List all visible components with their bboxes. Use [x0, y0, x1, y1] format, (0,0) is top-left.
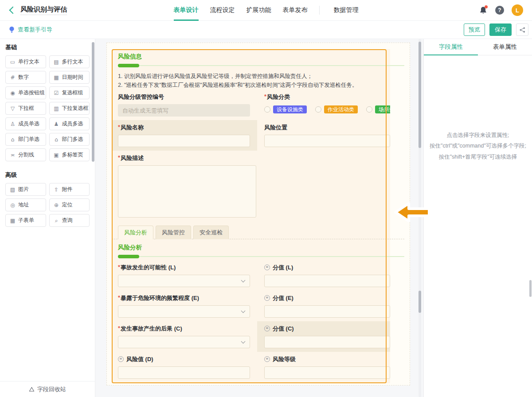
save-button[interactable]: 保存: [489, 23, 512, 36]
risk-value-input[interactable]: [118, 366, 250, 379]
formula-icon: [118, 356, 124, 362]
score-c-field[interactable]: 分值 (C): [257, 321, 390, 352]
risk-name-label: 风险名称: [118, 124, 144, 132]
canvas-scrollbar-thumb[interactable]: [419, 42, 421, 148]
avatar[interactable]: L: [512, 4, 523, 16]
share-button[interactable]: [516, 23, 528, 36]
sidebar-field-item[interactable]: ▦ 子表单: [5, 214, 46, 227]
analysis-field-rows: 事故发生的可能性 (L) 分值 (L) 暴露于危险环境的频繁程度 (E) 分值 …: [112, 260, 404, 382]
window-scrollbar-thumb[interactable]: [529, 280, 532, 297]
section-title: 风险分析: [118, 244, 398, 252]
category-radio-option[interactable]: 场所类: [366, 105, 390, 113]
category-badge[interactable]: 作业活动类: [324, 105, 358, 113]
sidebar-field-item[interactable]: ▥ 下拉复选框: [49, 102, 90, 115]
sidebar-field-item[interactable]: ▧ 图片: [5, 183, 46, 196]
category-badge[interactable]: 场所类: [375, 105, 390, 113]
field-item-label: 子表单: [18, 217, 34, 224]
help-icon[interactable]: ?: [495, 6, 504, 15]
sidebar-field-item[interactable]: ☑ 复选框组: [49, 86, 90, 99]
sidebar-field-item[interactable]: ♙ 成员单选: [5, 117, 46, 130]
progress-fill: [118, 255, 139, 258]
hint-line-3: 按住"shift+首尾字段"可连续选择: [427, 152, 528, 162]
basic-section-title: 基础: [5, 43, 90, 51]
category-radio-option[interactable]: 设备设施类: [264, 105, 307, 113]
sidebar-field-item[interactable]: ◉ 单选按钮组: [5, 86, 46, 99]
sidebar-field-item[interactable]: ▤ 多行文本: [49, 55, 90, 68]
score-c-input[interactable]: [264, 336, 390, 348]
consequence-label: 发生事故产生的后果 (C): [118, 325, 182, 333]
risk-level-input[interactable]: [264, 366, 390, 379]
nav-tab[interactable]: 流程设定: [210, 0, 235, 21]
inner-scrollbar-thumb[interactable]: [419, 291, 421, 313]
location-icon: ⊕: [54, 202, 59, 208]
score-l-field[interactable]: 分值 (L): [257, 260, 390, 291]
score-e-field[interactable]: 分值 (E): [257, 291, 390, 321]
sidebar-field-item[interactable]: ▭ 单行文本: [5, 55, 46, 68]
radio-circle-icon[interactable]: [366, 106, 372, 113]
sidebar-field-item[interactable]: ▣ 多标签页: [49, 148, 90, 161]
frequency-field[interactable]: 暴露于危险环境的频繁程度 (E): [112, 291, 257, 321]
properties-tab[interactable]: 表单属性: [478, 39, 532, 55]
radio-circle-icon[interactable]: [264, 106, 270, 113]
progress-track: [118, 256, 404, 257]
field-item-label: 成员多选: [62, 120, 83, 128]
sidebar-field-item[interactable]: ▽ 下拉框: [5, 102, 46, 115]
notification-bell-icon[interactable]: [479, 6, 488, 15]
sidebar-field-item[interactable]: ⌂ 部门多选: [49, 133, 90, 146]
sidebar-field-item[interactable]: ⇧ 附件: [49, 183, 90, 196]
checkbox-group-icon: ☑: [54, 90, 59, 96]
field-item-label: 附件: [62, 186, 73, 193]
properties-tab[interactable]: 字段属性: [424, 39, 478, 55]
category-radio-option[interactable]: 作业活动类: [315, 105, 358, 113]
nav-tab[interactable]: 表单发布: [283, 0, 308, 21]
sidebar-field-item[interactable]: ▦ 日期时间: [49, 71, 90, 84]
consequence-select[interactable]: [118, 336, 250, 348]
subform-tab[interactable]: 安全巡检: [193, 226, 229, 239]
risk-description-field[interactable]: 风险描述: [112, 151, 390, 223]
nav-tab[interactable]: 扩展功能: [246, 0, 271, 21]
field-recycle-bin[interactable]: 字段回收站: [0, 381, 95, 397]
sidebar-field-item[interactable]: ≍ 分割线: [5, 148, 46, 161]
risk-location-field[interactable]: 风险位置: [257, 120, 390, 151]
sidebar-field-item[interactable]: ⊕ 定位: [49, 198, 90, 211]
beginner-guide-link[interactable]: 查看新手引导: [9, 26, 52, 34]
progress-fill: [118, 64, 139, 67]
sidebar-field-item[interactable]: ♟ 成员多选: [49, 117, 90, 130]
note-line-1: 1. 识别风险后进行评估风险值及风险登记等级，并制定管控措施和风险责任人；: [118, 72, 384, 81]
risk-info-section[interactable]: 风险信息 1. 识别风险后进行评估风险值及风险登记等级，并制定管控措施和风险责任…: [112, 49, 390, 383]
risk-name-input[interactable]: [118, 135, 250, 147]
risk-location-input[interactable]: [264, 135, 390, 147]
field-item-label: 成员单选: [18, 120, 39, 128]
sidebar-field-item[interactable]: # 数字: [5, 71, 46, 84]
consequence-field[interactable]: 发生事故产生的后果 (C): [112, 321, 257, 352]
risk-category-field[interactable]: 风险分类 设备设施类 作业活动类 场所类: [257, 90, 390, 120]
risk-name-field[interactable]: 风险名称: [112, 120, 257, 151]
properties-tabs: 字段属性表单属性: [424, 39, 532, 55]
radio-circle-icon[interactable]: [315, 106, 321, 113]
risk-description-textarea[interactable]: [118, 165, 256, 218]
nav-tab[interactable]: 表单设计: [174, 0, 199, 21]
frequency-select[interactable]: [118, 305, 250, 318]
score-e-input[interactable]: [264, 305, 390, 318]
possibility-field[interactable]: 事故发生的可能性 (L): [112, 260, 257, 291]
back-button[interactable]: [8, 6, 16, 14]
category-badge[interactable]: 设备设施类: [273, 105, 307, 113]
nav-tab[interactable]: 数据管理: [334, 0, 359, 21]
possibility-label: 事故发生的可能性 (L): [118, 264, 176, 272]
field-item-label: 下拉复选框: [62, 105, 89, 112]
sidebar-field-item[interactable]: ⌂ 部门单选: [5, 133, 46, 146]
address-icon: ◎: [10, 202, 16, 208]
subform-tab[interactable]: 风险分析: [118, 226, 153, 239]
sidebar-scrollbar[interactable]: [92, 42, 94, 162]
subform-tab[interactable]: 风险管控: [156, 226, 191, 239]
score-l-input[interactable]: [264, 275, 390, 287]
sidebar-field-item[interactable]: ⌕ 查询: [49, 214, 90, 227]
preview-button[interactable]: 预览: [464, 23, 485, 36]
risk-value-field[interactable]: 风险值 (D): [112, 352, 257, 382]
risk-code-input[interactable]: [118, 104, 250, 117]
possibility-select[interactable]: [118, 275, 250, 287]
sidebar-field-item[interactable]: ◎ 地址: [5, 198, 46, 211]
risk-level-field[interactable]: 风险等级: [257, 352, 390, 382]
risk-code-field[interactable]: 风险分级管控编号: [112, 90, 257, 120]
dropdown-icon: ▽: [10, 105, 16, 112]
